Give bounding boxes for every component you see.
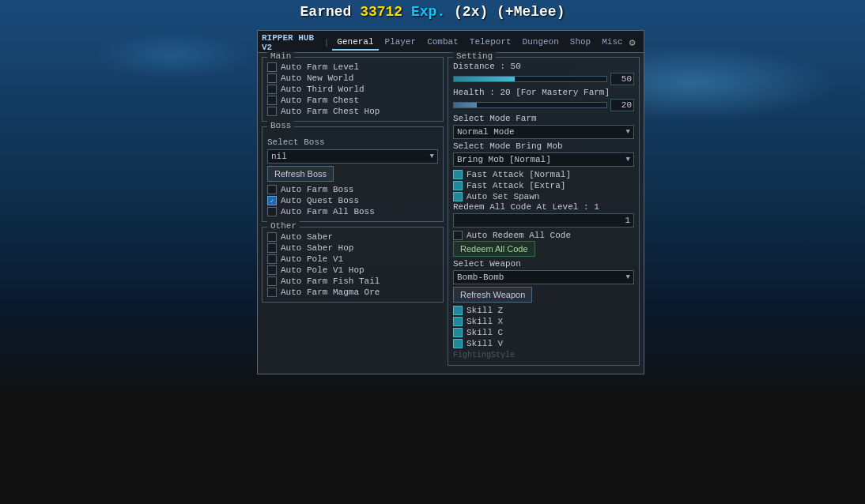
auto-saber-hop-checkbox[interactable] — [267, 243, 277, 253]
auto-farm-fish-tail-label: Auto Farm Fish Tail — [281, 276, 380, 286]
fast-attack-extra-checkbox[interactable] — [453, 181, 463, 190]
redeem-all-code-button[interactable]: Redeem All Code — [453, 241, 535, 257]
main-section: Main Auto Farm Level Auto New World Auto… — [262, 57, 444, 122]
right-column: Setting Distance : 50 50 Health : 20 [Fo… — [444, 57, 640, 370]
auto-farm-magma-ore-checkbox[interactable] — [267, 288, 277, 297]
auto-redeem-checkbox[interactable] — [453, 231, 463, 240]
distance-slider-fill — [454, 77, 515, 81]
list-item: Auto Saber — [267, 231, 438, 243]
list-item: Skill X — [453, 316, 634, 327]
exp-bar: Earned 33712 Exp. (2x) (+Melee) — [300, 4, 565, 20]
mode-bring-dropdown[interactable]: Bring Mob [Normal] ▼ — [453, 152, 634, 167]
skill-c-label: Skill C — [466, 328, 503, 337]
list-item: Auto Farm Level — [267, 62, 438, 73]
mode-bring-value: Bring Mob [Normal] — [457, 155, 551, 164]
auto-farm-magma-ore-label: Auto Farm Magma Ore — [281, 288, 380, 297]
refresh-boss-button[interactable]: Refresh Boss — [267, 166, 334, 182]
list-item: Auto Farm Fish Tail — [267, 276, 438, 287]
list-item: Auto Pole V1 Hop — [267, 265, 438, 276]
mode-farm-label: Select Mode Farm — [453, 114, 634, 123]
skill-v-label: Skill V — [466, 339, 503, 348]
auto-farm-all-boss-label: Auto Farm All Boss — [281, 207, 375, 216]
auto-set-spawn-label: Auto Set Spawn — [466, 192, 539, 201]
list-item: Auto Pole V1 — [267, 254, 438, 265]
auto-farm-level-label: Auto Farm Level — [281, 62, 359, 72]
tab-divider: | — [324, 38, 330, 47]
auto-new-world-label: Auto New World — [281, 73, 353, 83]
tab-bar: RIPPER HUB V2 | General Player Combat Te… — [258, 31, 644, 53]
health-slider-row: 20 — [453, 99, 634, 111]
auto-farm-chest-hop-checkbox[interactable] — [267, 107, 277, 116]
tab-combat[interactable]: Combat — [422, 36, 463, 51]
boss-section-title: Boss — [267, 121, 294, 130]
other-section: Other Auto Saber Auto Saber Hop Auto Pol… — [262, 227, 444, 303]
panel-content: Main Auto Farm Level Auto New World Auto… — [258, 53, 644, 374]
dropdown-arrow-icon: ▼ — [626, 156, 630, 164]
auto-saber-hop-label: Auto Saber Hop — [281, 243, 353, 253]
tab-teleport[interactable]: Teleport — [465, 36, 516, 51]
skill-c-checkbox[interactable] — [453, 328, 463, 337]
list-item: Auto New World — [267, 73, 438, 84]
skill-z-label: Skill Z — [466, 306, 503, 315]
gear-icon[interactable]: ⚙ — [629, 36, 640, 49]
auto-saber-label: Auto Saber — [281, 232, 333, 242]
auto-farm-chest-label: Auto Farm Chest — [281, 96, 359, 105]
auto-set-spawn-checkbox[interactable] — [453, 192, 463, 201]
brand-label: RIPPER HUB V2 — [262, 33, 319, 52]
fast-attack-normal-label: Fast Attack [Normal] — [466, 170, 571, 179]
tab-dungeon[interactable]: Dungeon — [518, 36, 564, 51]
health-value: 20 — [610, 99, 634, 111]
distance-slider[interactable] — [453, 76, 607, 82]
left-column: Main Auto Farm Level Auto New World Auto… — [262, 57, 444, 370]
auto-saber-checkbox[interactable] — [267, 232, 277, 242]
exp-number: 33712 — [360, 4, 402, 20]
exp-earned-text: Earned — [300, 4, 352, 20]
auto-farm-chest-checkbox[interactable] — [267, 96, 277, 105]
dropdown-arrow-icon: ▼ — [626, 273, 630, 281]
auto-third-world-checkbox[interactable] — [267, 85, 277, 94]
auto-new-world-checkbox[interactable] — [267, 73, 277, 83]
auto-farm-all-boss-checkbox[interactable] — [267, 207, 277, 216]
auto-farm-boss-label: Auto Farm Boss — [281, 185, 353, 194]
auto-pole-v1-hop-checkbox[interactable] — [267, 265, 277, 275]
fast-attack-normal-checkbox[interactable] — [453, 170, 463, 179]
auto-pole-v1-label: Auto Pole V1 — [281, 254, 343, 264]
select-boss-value: nil — [271, 152, 287, 161]
list-item: Skill V — [453, 338, 634, 349]
list-item: Fast Attack [Normal] — [453, 169, 634, 180]
tab-misc[interactable]: Misc — [597, 36, 627, 51]
select-weapon-dropdown[interactable]: Bomb-Bomb ▼ — [453, 270, 634, 284]
main-section-title: Main — [267, 51, 294, 61]
select-boss-dropdown[interactable]: nil ▼ — [267, 149, 438, 164]
select-boss-label: Select Boss — [267, 137, 438, 147]
distance-value: 50 — [610, 73, 634, 85]
redeem-number[interactable]: 1 — [453, 213, 634, 228]
tab-player[interactable]: Player — [380, 36, 421, 51]
auto-pole-v1-hop-label: Auto Pole V1 Hop — [281, 265, 365, 275]
auto-redeem-label: Auto Redeem All Code — [466, 231, 571, 240]
auto-quest-boss-label: Auto Quest Boss — [281, 196, 359, 205]
redeem-label: Redeem All Code At Level : 1 — [453, 202, 634, 212]
list-item: Auto Third World — [267, 84, 438, 95]
auto-farm-level-checkbox[interactable] — [267, 62, 277, 72]
dropdown-arrow-icon: ▼ — [430, 152, 434, 160]
list-item: Auto Set Spawn — [453, 191, 634, 202]
auto-farm-fish-tail-checkbox[interactable] — [267, 276, 277, 286]
skill-z-checkbox[interactable] — [453, 306, 463, 315]
tab-general[interactable]: General — [332, 36, 378, 51]
tab-shop[interactable]: Shop — [565, 36, 595, 51]
auto-quest-boss-checkbox[interactable] — [267, 196, 277, 205]
skill-x-checkbox[interactable] — [453, 317, 463, 326]
list-item: Auto Farm All Boss — [267, 206, 438, 217]
boss-section: Boss Select Boss nil ▼ Refresh Boss Auto… — [262, 126, 444, 222]
list-item: Auto Farm Magma Ore — [267, 287, 438, 298]
exp-suffix: (2x) (+Melee) — [454, 4, 565, 20]
dropdown-arrow-icon: ▼ — [626, 128, 630, 136]
skill-v-checkbox[interactable] — [453, 339, 463, 348]
auto-pole-v1-checkbox[interactable] — [267, 254, 277, 264]
auto-farm-boss-checkbox[interactable] — [267, 185, 277, 194]
refresh-weapon-button[interactable]: Refresh Weapon — [453, 287, 532, 303]
health-slider[interactable] — [453, 102, 607, 108]
select-weapon-label: Select Weapon — [453, 259, 634, 269]
mode-farm-dropdown[interactable]: Normal Mode ▼ — [453, 125, 634, 139]
